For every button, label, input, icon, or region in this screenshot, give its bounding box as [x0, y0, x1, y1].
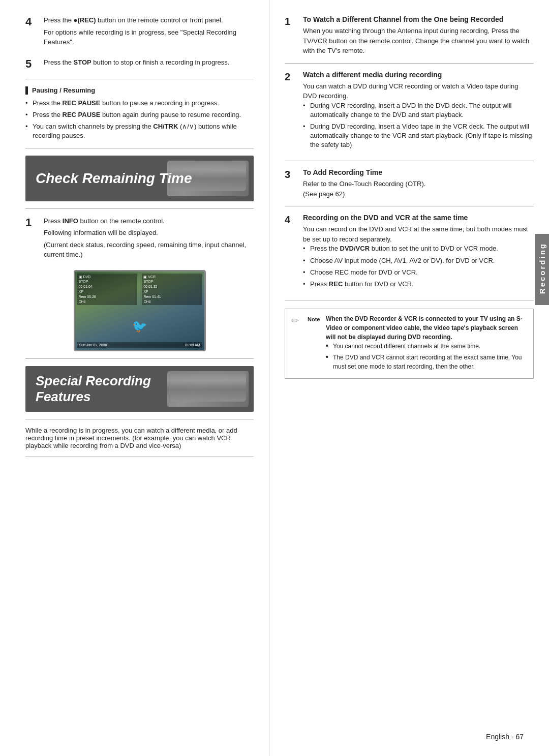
- note-pencil-icon: ✏: [291, 314, 303, 328]
- check-remaining-banner: Check Remaining Time: [25, 156, 254, 201]
- check-step-1-text4: (Current deck status, recording speed, r…: [44, 240, 254, 260]
- right-column: 1 To Watch a Different Channel from the …: [269, 0, 549, 756]
- right-step-4-bullets: Press the DVD/VCR button to set the unit…: [303, 244, 534, 289]
- right-divider-3: [285, 206, 534, 206]
- check-step-1-content: Press INFO button on the remote control.…: [44, 216, 254, 262]
- right-step-3-title: To Add Recording Time: [303, 168, 534, 176]
- screen-date: Sun Jan 01, 2006: [79, 343, 107, 347]
- check-step-1-text3: Following information will be displayed.: [44, 228, 254, 238]
- step-4-block: 4 Press the ●(REC) button on the remote …: [25, 15, 254, 49]
- screen-left-col: ▣ DVD STOP 00:01:04 XP Rem 00:26 CH6: [77, 274, 137, 306]
- pausing-bullet-3: You can switch channels by pressing the …: [25, 122, 254, 140]
- step-4-bold-rec: ●(REC): [74, 16, 96, 24]
- note-box: ✏ Note When the DVD Recorder & VCR is co…: [285, 309, 534, 379]
- note-label: Note: [308, 315, 322, 324]
- screen-vcr-icon: ▣ VCR: [143, 275, 200, 280]
- footer-text: English - 67: [486, 733, 524, 741]
- screen-stop-right: STOP: [143, 279, 200, 284]
- screen-rem-right: Rem 01:41: [143, 294, 200, 299]
- step-4-text3: For options while recording is in progre…: [44, 27, 254, 47]
- divider-6: [25, 457, 254, 457]
- divider-5: [25, 419, 254, 419]
- screen-inner: ▣ DVD STOP 00:01:04 XP Rem 00:26 CH6 ▣ V…: [75, 271, 204, 350]
- right-step-2-title: Watch a different media during recording: [303, 71, 534, 79]
- screen-ch-left: CH6: [79, 299, 136, 305]
- right-step-4-content: Recording on the DVD and VCR at the same…: [303, 214, 534, 293]
- screen-rem-left: Rem 00:26: [79, 294, 136, 299]
- right-step-1-body: When you watching through the Antenna in…: [303, 26, 534, 56]
- pausing-title: Pausing / Resuming: [25, 86, 254, 95]
- step-5-content: Press the STOP button to stop or finish …: [44, 57, 254, 70]
- check-remaining-title: Check Remaining Time: [36, 170, 192, 187]
- info-bold: INFO: [63, 217, 78, 225]
- step-5-number: 5: [25, 57, 40, 71]
- right-step-4-title: Recording on the DVD and VCR at the same…: [303, 214, 534, 222]
- screen-time-right: 00:01:32: [143, 284, 200, 289]
- check-step-1-block: 1 Press INFO button on the remote contro…: [25, 216, 254, 262]
- screen-xp-left: XP: [79, 289, 136, 294]
- right-step-2-body-text: You can watch a DVD during VCR recording…: [303, 81, 534, 101]
- divider-2: [25, 148, 254, 148]
- special-tape-shape: [167, 371, 246, 402]
- divider-4: [25, 358, 254, 359]
- divider-3: [25, 208, 254, 209]
- right-step-2-bullets: During VCR recording, insert a DVD in th…: [303, 101, 534, 150]
- note-content: When the DVD Recorder & VCR is connected…: [326, 314, 527, 373]
- step-4-number: 4: [25, 15, 40, 28]
- right-step-2-body: You can watch a DVD during VCR recording…: [303, 81, 534, 150]
- screen-dvd-icon: ▣ DVD: [79, 275, 136, 280]
- step-4-content: Press the ●(REC) button on the remote co…: [44, 15, 254, 49]
- right-step-1-block: 1 To Watch a Different Channel from the …: [285, 15, 534, 56]
- right-step-2-bullet-1: During VCR recording, insert a DVD in th…: [303, 101, 534, 119]
- step-5-bold-stop: STOP: [74, 58, 92, 66]
- pausing-list: Press the REC PAUSE button to pause a re…: [25, 99, 254, 141]
- recording-tab-label: Recording: [538, 243, 546, 294]
- screen-right-col: ▣ VCR STOP 00:01:32 XP Rem 01:41 CH6: [142, 274, 202, 306]
- note-list: You cannot record different channels at …: [326, 342, 527, 371]
- note-bold-text: When the DVD Recorder & VCR is connected…: [326, 314, 527, 342]
- special-banner-tape-image: [167, 371, 249, 407]
- right-step-3-body2: (See page 62): [303, 189, 534, 199]
- step-5-text2: button to stop or finish a recording in …: [92, 58, 230, 66]
- right-divider-1: [285, 63, 534, 64]
- screen-time-left: 00:01:04: [79, 284, 136, 289]
- note-bullet-2: The DVD and VCR cannot start recording a…: [326, 353, 527, 371]
- pausing-title-text: Pausing / Resuming: [32, 86, 95, 94]
- recording-side-tab: Recording: [535, 234, 549, 305]
- pausing-bullet-2: Press the REC PAUSE button again during …: [25, 110, 254, 119]
- bird-area: 🐦: [77, 305, 202, 347]
- note-bullet-1: You cannot record different channels at …: [326, 342, 527, 351]
- right-step-2-block: 2 Watch a different media during recordi…: [285, 71, 534, 154]
- right-step-2-content: Watch a different media during recording…: [303, 71, 534, 154]
- right-step-2-num: 2: [285, 71, 299, 83]
- right-step-2-bullet-2: During DVD recording, insert a Video tap…: [303, 122, 534, 150]
- right-step-4-body-text: You can record on the DVD and VCR at the…: [303, 224, 534, 244]
- screen-bottom: Sun Jan 01, 2006 01:09 AM: [77, 342, 202, 348]
- right-step-1-content: To Watch a Different Channel from the On…: [303, 15, 534, 56]
- screen-ch-right: CH6: [143, 299, 200, 305]
- screen-header-row: ▣ DVD STOP 00:01:04 XP Rem 00:26 CH6 ▣ V…: [77, 274, 202, 306]
- screen-time: 01:09 AM: [185, 343, 200, 347]
- screen-xp-right: XP: [143, 289, 200, 294]
- left-column: 4 Press the ●(REC) button on the remote …: [0, 0, 269, 756]
- page: 4 Press the ●(REC) button on the remote …: [0, 0, 549, 756]
- page-footer: English - 67: [486, 733, 524, 741]
- right-step-4-bullet-1: Press the DVD/VCR button to set the unit…: [303, 244, 534, 253]
- right-step-1-title: To Watch a Different Channel from the On…: [303, 15, 534, 23]
- screen-mockup: ▣ DVD STOP 00:01:04 XP Rem 00:26 CH6 ▣ V…: [74, 270, 206, 351]
- right-step-4-num: 4: [285, 214, 299, 226]
- special-recording-banner: Special RecordingFeatures: [25, 366, 254, 412]
- right-divider-4: [285, 300, 534, 300]
- right-step-3-content: To Add Recording Time Refer to the One-T…: [303, 168, 534, 199]
- right-step-4-bullet-4: Press REC button for DVD or VCR.: [303, 280, 534, 289]
- check-step-1-number: 1: [25, 216, 40, 229]
- right-step-3-block: 3 To Add Recording Time Refer to the One…: [285, 168, 534, 199]
- special-intro-text: While a recording is in progress, you ca…: [25, 427, 254, 449]
- right-divider-2: [285, 161, 534, 161]
- screen-stop-left: STOP: [79, 279, 136, 284]
- right-step-4-block: 4 Recording on the DVD and VCR at the sa…: [285, 214, 534, 293]
- black-bar-icon: [25, 86, 28, 95]
- special-recording-title: Special RecordingFeatures: [36, 373, 151, 405]
- pausing-bullet-1: Press the REC PAUSE button to pause a re…: [25, 99, 254, 108]
- right-step-3-num: 3: [285, 168, 299, 180]
